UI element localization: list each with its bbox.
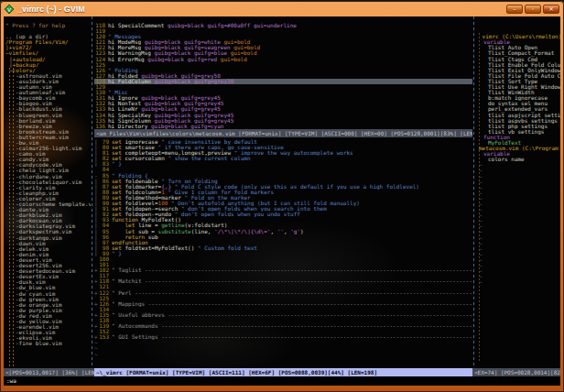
code-line: +139" Autocommands ---------------------… — [94, 323, 472, 329]
code-line: ~ — [94, 352, 472, 357]
svg-text:V: V — [7, 6, 11, 12]
editor-pane-metacosm[interactable]: 118hi SpecialComment guibg=black guifg=#… — [94, 16, 472, 129]
title-bar[interactable]: V _vimrc (~) - GVIM – ▫ ✕ — [0, 1, 564, 16]
window-title: _vimrc (~) - GVIM — [17, 5, 506, 14]
line-number: 153 — [98, 334, 109, 340]
code-line: 136hi Directory guibg=black guifg=cyan — [94, 124, 472, 129]
gvim-window: V _vimrc (~) - GVIM – ▫ ✕ " Press ? for … — [0, 1, 564, 392]
statusline-taglist: <EX=74] [POS=0028,0014][82%] [LEN=24] — [472, 368, 560, 376]
file-tree-pane[interactable]: " Press ? for help .. (up a dir)/Program… — [4, 16, 91, 368]
maximize-button[interactable]: ▫ — [525, 5, 541, 14]
line-number: 136 — [94, 124, 105, 129]
window-controls: – ▫ ✕ — [506, 5, 559, 14]
command-line[interactable]: :wa — [4, 376, 560, 386]
code-line: +118" Matchit --------------------------… — [94, 278, 472, 284]
statusline-tree: <[POS=0013,0017] [36%] [LEN=145] — [4, 368, 94, 376]
statusline-metacosm: <am Files\Vim\vimfiles\colors\metacosm.v… — [94, 129, 472, 137]
minimize-button[interactable]: – — [506, 5, 523, 14]
taglist-pane[interactable]: _vimrc (C:\Users\rmelton)variableTlist_A… — [476, 16, 560, 368]
code-line: +153" GUI Settings ---------------------… — [94, 334, 472, 340]
vim-icon: V — [5, 5, 14, 14]
statusline-vimrc-active: ~\_vimrc [FORMAT=unix] [TYPE=VIM] [ASCII… — [94, 368, 472, 376]
status-row: <[POS=0013,0017] [36%] [LEN=145] ~\_vimr… — [4, 368, 560, 376]
code-line: +122" Perl -----------------------------… — [94, 290, 472, 296]
editor-pane-vimrc[interactable]: |79set ignorecase " case insensitive by … — [94, 137, 472, 368]
screen: V _vimrc (~) - GVIM – ▫ ✕ " Press ? for … — [0, 0, 564, 392]
taglist-item[interactable]: ~ — [476, 279, 560, 285]
taglist-list: _vimrc (C:\Users\rmelton)variableTlist_A… — [476, 16, 560, 368]
code-line: +126" Mappings -------------------------… — [94, 301, 472, 307]
close-button[interactable]: ✕ — [543, 5, 559, 14]
center-column: 118hi SpecialComment guibg=black guifg=#… — [94, 16, 472, 368]
split-windows: " Press ? for help .. (up a dir)/Program… — [4, 16, 560, 368]
code-line: +102" Taglist --------------------------… — [94, 267, 472, 273]
code-line: +135" Useful abbrevs -------------------… — [94, 312, 472, 318]
nerdtree-list: " Press ? for help .. (up a dir)/Program… — [4, 16, 91, 368]
tree-item[interactable]: -fine_blue.vim — [4, 341, 91, 346]
gvim-client-area: " Press ? for help .. (up a dir)/Program… — [4, 16, 560, 386]
